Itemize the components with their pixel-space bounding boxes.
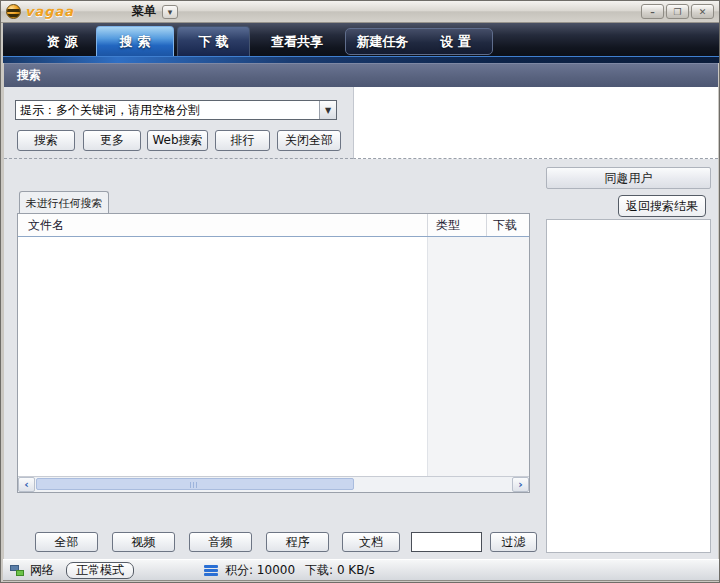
tabbar-accent-strip [3,56,719,63]
column-header-filename[interactable]: 文件名 [18,217,427,234]
tab-settings[interactable]: 设 置 [419,33,492,51]
filter-program-button[interactable]: 程序 [266,532,329,552]
column-header-type[interactable]: 类型 [427,214,486,236]
maximize-button[interactable]: ❐ [666,4,689,19]
back-to-results-button[interactable]: 返回搜索结果 [618,195,706,217]
filter-video-button[interactable]: 视频 [112,532,175,552]
more-button[interactable]: 更多 [83,130,141,151]
type-download-column-shade [427,237,529,476]
combobox-arrow-icon[interactable]: ▼ [319,101,336,119]
web-search-button[interactable]: Web搜索 [147,130,208,151]
scroll-right-icon[interactable]: › [512,477,529,492]
mode-button[interactable]: 正常模式 [66,562,134,579]
app-logo: vagaa [6,4,74,19]
vagaa-window: vagaa 菜单 ▾ – ❐ ✕ 资 源 搜 索 下 载 查看共享 新建任务 设… [0,0,720,583]
tab-new-task[interactable]: 新建任务 [346,33,419,51]
main-tabbar: 资 源 搜 索 下 载 查看共享 新建任务 设 置 [3,23,719,63]
minimize-button[interactable]: – [641,4,664,19]
search-side-panel [353,87,718,159]
search-section-header: 搜索 [4,63,718,87]
similar-users-list [546,219,711,553]
scrollbar-thumb[interactable] [36,478,354,490]
statusbar: 网络 正常模式 积分: 10000 下载: 0 KB/s [3,559,719,581]
filter-audio-button[interactable]: 音频 [189,532,252,552]
download-speed-value: 下载: 0 KB/s [305,562,375,579]
points-icon [204,565,218,576]
keyword-combobox-value[interactable]: 提示：多个关键词，请用空格分割 [16,102,319,119]
scroll-left-icon[interactable]: ‹ [18,477,35,492]
tab-action-group: 新建任务 设 置 [345,28,493,55]
search-panel: 提示：多个关键词，请用空格分割 ▼ 搜索 更多 Web搜索 排行 关闭全部 [4,87,353,159]
tab-view-shared[interactable]: 查看共享 [261,28,333,56]
filter-apply-button[interactable]: 过滤 [490,532,537,552]
tab-search[interactable]: 搜 索 [96,26,174,57]
close-all-button[interactable]: 关闭全部 [277,130,341,151]
horizontal-scrollbar[interactable]: ‹ › [18,476,529,492]
column-header-download[interactable]: 下载 [486,214,529,236]
close-button[interactable]: ✕ [691,4,714,19]
tab-resources[interactable]: 资 源 [29,28,95,56]
network-label: 网络 [30,562,54,579]
points-value: 积分: 10000 [225,562,295,579]
window-controls: – ❐ ✕ [641,4,714,19]
menu-button[interactable]: 菜单 [132,3,156,20]
keyword-combobox[interactable]: 提示：多个关键词，请用空格分割 ▼ [15,100,337,120]
titlebar: vagaa 菜单 ▾ – ❐ ✕ [1,1,719,23]
menu-dropdown-icon[interactable]: ▾ [162,5,178,19]
app-name: vagaa [25,4,74,19]
search-button[interactable]: 搜索 [17,130,75,151]
filter-keyword-input[interactable] [411,532,482,552]
scrollbar-track[interactable] [35,477,512,492]
tab-download[interactable]: 下 载 [177,26,250,57]
filter-document-button[interactable]: 文档 [342,532,400,552]
results-table: 文件名 类型 下载 ‹ › [17,213,530,493]
network-icon [10,564,25,577]
wasp-logo-icon [6,4,21,19]
filter-all-button[interactable]: 全部 [35,532,98,552]
ranking-button[interactable]: 排行 [215,130,270,151]
similar-users-header[interactable]: 同趣用户 [546,167,711,189]
results-table-header: 文件名 类型 下载 [18,214,529,237]
results-tab[interactable]: 未进行任何搜索 [19,191,109,214]
results-table-body [18,237,529,476]
